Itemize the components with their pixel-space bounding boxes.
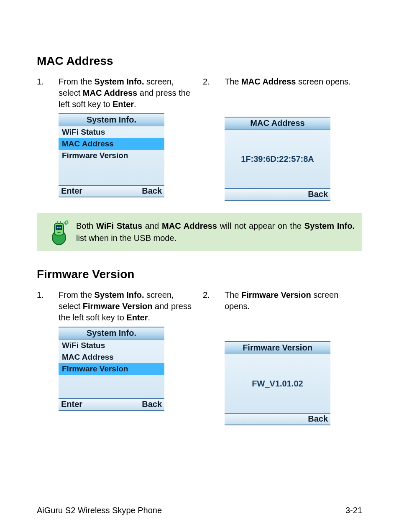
footer-product-name: AiGuru S2 Wireless Skype Phone <box>37 506 162 515</box>
text: screen opens. <box>296 77 350 86</box>
spacer <box>203 315 362 339</box>
step-text: From the System Info. screen, select MAC… <box>59 76 196 110</box>
mascot-icon <box>48 219 70 245</box>
phone-screen-firmware-version: Firmware Version FW_V1.01.02 Back <box>225 341 330 425</box>
section2-col2: 2. The Firmware Version screen opens. Fi… <box>203 289 362 425</box>
footer-page-number: 3-21 <box>345 506 362 515</box>
svg-rect-2 <box>56 225 62 230</box>
svg-rect-6 <box>60 221 61 224</box>
section1-columns: 1. From the System Info. screen, select … <box>37 76 362 201</box>
heading-mac-address: MAC Address <box>37 54 362 68</box>
step-1: 1. From the System Info. screen, select … <box>37 289 196 323</box>
text: Both <box>76 221 96 230</box>
menu-item-wifi-status[interactable]: WiFi Status <box>59 340 164 351</box>
menu-item-firmware-version[interactable]: Firmware Version <box>59 363 164 375</box>
note-box: Both WiFi Status and MAC Address will no… <box>37 213 362 251</box>
bold: MAC Address <box>83 88 137 97</box>
softkey-bar: Back <box>225 188 330 201</box>
section2-col1: 1. From the System Info. screen, select … <box>37 289 196 425</box>
text: From the <box>59 77 95 86</box>
step-text: The MAC Address screen opens. <box>225 76 362 87</box>
bold: System Info. <box>304 221 355 230</box>
section1-col1: 1. From the System Info. screen, select … <box>37 76 196 201</box>
text: The <box>225 77 241 86</box>
spacer <box>203 91 362 114</box>
footer-rule <box>37 500 362 500</box>
phone-body: 1F:39:6D:22:57:8A <box>225 130 330 188</box>
phone-screen-system-info: System Info. WiFi Status MAC Address Fir… <box>59 113 164 197</box>
svg-point-4 <box>59 227 61 228</box>
step-1: 1. From the System Info. screen, select … <box>37 76 196 110</box>
text: list when in the USB mode. <box>76 233 176 243</box>
page-footer: AiGuru S2 Wireless Skype Phone 3-21 <box>37 506 362 515</box>
phone-title: Firmware Version <box>225 341 330 354</box>
section2-columns: 1. From the System Info. screen, select … <box>37 289 362 425</box>
step-number: 1. <box>37 289 59 323</box>
softkey-left-empty <box>227 189 244 199</box>
bold: Firmware Version <box>83 302 153 311</box>
text: From the <box>59 290 95 299</box>
softkey-back[interactable]: Back <box>308 189 328 199</box>
firmware-version-value: FW_V1.01.02 <box>252 379 303 389</box>
softkey-bar: Back <box>225 413 330 425</box>
text: The <box>225 290 241 299</box>
mac-address-value: 1F:39:6D:22:57:8A <box>241 154 314 164</box>
text: will not appear on the <box>217 221 304 230</box>
phone-screen-system-info: System Info. WiFi Status MAC Address Fir… <box>59 327 164 411</box>
step-number: 2. <box>203 289 225 312</box>
softkey-bar: Enter Back <box>59 185 164 197</box>
heading-firmware-version: Firmware Version <box>37 268 362 281</box>
bold: WiFi Status <box>96 221 142 230</box>
page-content: MAC Address 1. From the System Info. scr… <box>0 0 399 450</box>
note-mascot-icon <box>42 219 76 245</box>
text: and <box>142 221 162 230</box>
bold: MAC Address <box>162 221 217 230</box>
phone-title: System Info. <box>59 113 164 126</box>
bold: MAC Address <box>241 77 296 86</box>
menu-item-mac-address[interactable]: MAC Address <box>59 351 164 363</box>
menu-item-wifi-status[interactable]: WiFi Status <box>59 126 164 138</box>
softkey-enter[interactable]: Enter <box>61 186 82 196</box>
note-text: Both WiFi Status and MAC Address will no… <box>76 220 355 244</box>
phone-title: MAC Address <box>225 117 330 130</box>
phone-screen-mac-address: MAC Address 1F:39:6D:22:57:8A Back <box>225 117 330 201</box>
phone-body: WiFi Status MAC Address Firmware Version <box>59 126 164 185</box>
step-2: 2. The MAC Address screen opens. <box>203 76 362 87</box>
phone-title: System Info. <box>59 327 164 340</box>
softkey-back[interactable]: Back <box>142 399 162 409</box>
bold: System Info. <box>95 77 144 86</box>
svg-rect-5 <box>57 221 58 224</box>
text: . <box>148 313 150 322</box>
softkey-back[interactable]: Back <box>142 186 162 196</box>
svg-point-3 <box>57 227 59 228</box>
softkey-left-empty <box>227 414 244 424</box>
menu-item-firmware-version[interactable]: Firmware Version <box>59 150 164 161</box>
phone-body: WiFi Status MAC Address Firmware Version <box>59 340 164 398</box>
section1-col2: 2. The MAC Address screen opens. MAC Add… <box>203 76 362 201</box>
phone-body: FW_V1.01.02 <box>225 354 330 413</box>
bold: Enter <box>113 100 134 109</box>
softkey-back[interactable]: Back <box>308 414 328 424</box>
menu-item-mac-address[interactable]: MAC Address <box>59 138 164 150</box>
bold: Firmware Version <box>241 290 311 299</box>
step-2: 2. The Firmware Version screen opens. <box>203 289 362 312</box>
softkey-bar: Enter Back <box>59 398 164 411</box>
step-number: 2. <box>203 76 225 87</box>
softkey-enter[interactable]: Enter <box>61 399 82 409</box>
bold: Enter <box>126 313 148 322</box>
text: . <box>134 100 136 109</box>
step-number: 1. <box>37 76 59 110</box>
bold: System Info. <box>95 290 144 299</box>
step-text: The Firmware Version screen opens. <box>225 289 362 312</box>
step-text: From the System Info. screen, select Fir… <box>59 289 196 323</box>
